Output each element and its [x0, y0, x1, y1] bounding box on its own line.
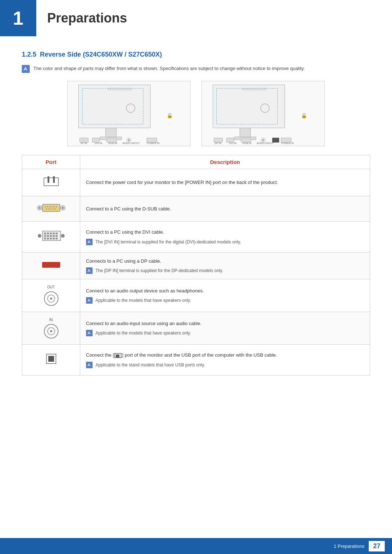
svg-point-48 [51, 206, 52, 207]
port-icon-dp [22, 252, 80, 279]
svg-rect-12 [80, 138, 89, 142]
svg-rect-30 [214, 138, 223, 142]
svg-rect-60 [44, 233, 46, 234]
svg-rect-68 [53, 235, 55, 237]
table-desc-usb: Connect the [] port of the monitor and t… [80, 345, 370, 376]
svg-rect-21 [242, 88, 267, 91]
port-table: Port Description Connect the power cord … [22, 155, 370, 376]
table-desc-audio-out: Connect to an audio output device such a… [80, 279, 370, 312]
section-number: 1.2.5 [22, 51, 36, 58]
svg-point-47 [49, 206, 50, 207]
svg-rect-78 [42, 262, 60, 268]
svg-point-46 [47, 206, 48, 207]
desc-text: Connect to a PC using the DVI cable. [86, 229, 164, 235]
svg-rect-73 [53, 238, 55, 239]
monitor-svg-left: DP IN DVI IN RGB IN AUDIO IN/OUT POWER I… [68, 81, 190, 146]
table-row: Connect the power cord for your monitor … [22, 169, 370, 196]
col-description: Description [80, 155, 370, 169]
diagrams-row: DP IN DVI IN RGB IN AUDIO IN/OUT POWER I… [22, 81, 370, 146]
svg-point-75 [61, 234, 65, 238]
svg-rect-84 [86, 297, 93, 304]
svg-point-34 [262, 139, 264, 141]
desc-text: Connect to a PC using the D-SUB cable. [86, 206, 171, 212]
svg-rect-69 [56, 235, 58, 237]
svg-rect-71 [47, 238, 49, 239]
table-row: Connects to a PC using a DP cable. The [… [22, 252, 370, 279]
svg-rect-67 [50, 235, 52, 237]
note-box: The color and shape of parts may differ … [22, 65, 370, 73]
page-footer: 1 Preparations 27 [0, 538, 392, 554]
svg-text:AUDIO IN/OUT: AUDIO IN/OUT [122, 142, 140, 144]
desc-text: Connect to an audio output device such a… [86, 288, 204, 294]
port-icon-audio-out: OUT [22, 279, 80, 312]
svg-text:🔒: 🔒 [167, 112, 173, 119]
svg-point-52 [48, 208, 49, 209]
dsub-svg [37, 201, 66, 214]
sub-note-text: The [DVI IN] terminal is supplied for th… [95, 239, 241, 245]
svg-rect-72 [50, 238, 52, 239]
port-icon-power [22, 169, 80, 196]
desc-text: Connect to an audio-input source using a… [86, 321, 201, 326]
chapter-number: 1 [13, 7, 24, 29]
svg-rect-95 [86, 362, 93, 368]
note-svg [86, 267, 93, 274]
svg-rect-39 [44, 178, 58, 186]
usb-svg [42, 350, 60, 368]
svg-point-83 [50, 297, 52, 300]
table-note-dvi: The [DVI IN] terminal is supplied for th… [86, 239, 364, 245]
audio-in-label: IN [49, 317, 53, 323]
section-heading: 1.2.5 Reverse Side (S24C650XW / S27C650X… [22, 51, 370, 58]
note-svg [86, 297, 93, 304]
note-icon-small [86, 267, 93, 274]
port-icon-usb [22, 345, 80, 376]
note-icon-small [86, 239, 93, 245]
svg-text:AUDIO IN/OUT: AUDIO IN/OUT [257, 142, 274, 144]
svg-rect-3 [107, 88, 132, 91]
table-row: Connect to a PC using the D-SUB cable. [22, 196, 370, 222]
svg-point-16 [128, 139, 130, 141]
svg-rect-65 [44, 235, 46, 237]
port-icon-dvi [22, 222, 80, 253]
note-svg [86, 330, 93, 336]
svg-rect-62 [50, 233, 52, 234]
svg-rect-89 [86, 330, 93, 336]
audio-out-svg [43, 291, 59, 307]
svg-rect-64 [56, 233, 58, 234]
sub-note-text: The [DP IN] terminal is supplied for the… [95, 267, 223, 274]
desc-text: Connects to a PC using a DP cable. [86, 258, 161, 264]
dp-svg [38, 259, 64, 271]
audio-in-container: IN [28, 317, 74, 339]
svg-point-57 [62, 207, 64, 209]
svg-point-53 [50, 208, 51, 209]
monitor-diagram-left: DP IN DVI IN RGB IN AUDIO IN/OUT POWER I… [67, 81, 191, 146]
note-text: The color and shape of parts may differ … [33, 65, 305, 72]
svg-point-55 [54, 208, 56, 209]
table-note-dp: The [DP IN] terminal is supplied for the… [86, 267, 364, 274]
port-icon-dsub [22, 196, 80, 222]
monitor-svg-right: DP IN DVI IN RGB IN AUDIO IN/OUT POWER I… [202, 81, 324, 146]
page-header: 1 Preparations [0, 0, 392, 36]
svg-point-51 [46, 208, 47, 209]
svg-rect-2 [79, 85, 151, 128]
svg-point-49 [53, 206, 54, 207]
table-row: OUT Connect to an audio output device su… [22, 279, 370, 312]
table-note-audio-in: Applicable to the models that have speak… [86, 330, 364, 336]
note-svg [86, 362, 93, 368]
svg-rect-35 [273, 138, 279, 142]
table-desc-audio-in: Connect to an audio-input source using a… [80, 312, 370, 345]
svg-rect-32 [241, 138, 251, 142]
svg-rect-61 [47, 233, 49, 234]
table-desc-dvi: Connect to a PC using the DVI cable. The… [80, 222, 370, 253]
diagram-left: DP IN DVI IN RGB IN AUDIO IN/OUT POWER I… [67, 81, 191, 146]
table-note-usb: Applicable to the stand models that have… [86, 362, 364, 368]
footer-text: 1 Preparations [334, 543, 364, 549]
svg-rect-74 [56, 238, 58, 239]
col-port: Port [22, 155, 80, 169]
note-icon [22, 65, 30, 73]
footer-page-number: 27 [369, 541, 385, 551]
note-icon-small [86, 362, 93, 368]
sub-note-text: Applicable to the models that have speak… [95, 297, 191, 304]
svg-rect-18 [147, 138, 157, 142]
audio-in-svg [43, 323, 59, 339]
table-note-audio-out: Applicable to the models that have speak… [86, 297, 364, 304]
